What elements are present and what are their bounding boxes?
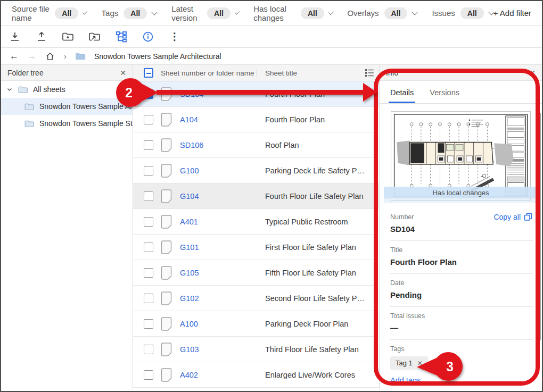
add-filter-button[interactable]: + Add filter xyxy=(493,9,531,18)
sheet-title: Second Floor Life Safety P… xyxy=(265,294,365,303)
sheet-title: Parking Deck Floor Plan xyxy=(265,320,348,328)
sheet-number-link[interactable]: A100 xyxy=(180,320,198,328)
copy-icon xyxy=(524,213,532,221)
filter-value-pill[interactable]: All xyxy=(301,7,324,19)
table-row[interactable]: G103 Third Floor Life Safety Plan xyxy=(133,337,379,362)
caption-shadow xyxy=(384,198,538,203)
tree-item-folder[interactable]: Snowdon Towers Sample Stru xyxy=(1,115,133,132)
column-settings-icon[interactable] xyxy=(364,68,375,80)
folder-tree-panel: Folder tree ✕ All sheets Snowdon Towers … xyxy=(1,65,133,389)
table-row[interactable]: G101 First Floor Life Safety Plan xyxy=(133,235,379,260)
tag-chip[interactable]: Tag 1 ✕ xyxy=(390,356,428,370)
table-row[interactable]: SD104 Fourth Floor Plan xyxy=(133,81,379,107)
sheet-number-link[interactable]: G105 xyxy=(180,269,199,277)
column-header-title[interactable]: Sheet title xyxy=(265,69,297,77)
sheet-number-link[interactable]: A401 xyxy=(180,218,198,226)
filter-control[interactable]: Has local changes All xyxy=(253,4,332,22)
row-checkbox[interactable] xyxy=(144,140,153,150)
row-checkbox[interactable] xyxy=(144,243,153,252)
app-window: Source file name All Tags All Latest ver… xyxy=(0,0,543,392)
new-folder-icon[interactable] xyxy=(61,29,76,44)
table-scrollbar[interactable] xyxy=(374,114,377,348)
filter-control[interactable]: Overlays All xyxy=(347,7,417,19)
home-icon[interactable] xyxy=(45,51,55,62)
filter-control[interactable]: Tags All xyxy=(102,7,157,19)
filter-label: Issues xyxy=(432,9,455,18)
filter-value-pill[interactable]: All xyxy=(384,7,408,19)
tree-item-label: All sheets xyxy=(33,85,65,94)
filter-label: Tags xyxy=(102,9,119,18)
sheet-number-link[interactable]: G104 xyxy=(180,192,199,201)
table-row[interactable]: A401 Typical Public Restroom xyxy=(133,209,379,235)
sheet-number-link[interactable]: G100 xyxy=(180,166,199,175)
sheet-number-link[interactable]: G102 xyxy=(180,294,199,303)
tree-item-all-sheets[interactable]: All sheets xyxy=(1,81,133,98)
table-row[interactable]: A402 Enlarged Live/Work Cores xyxy=(133,362,379,388)
filter-value-pill[interactable]: All xyxy=(207,7,231,19)
filter-value-pill[interactable]: All xyxy=(55,7,78,19)
detail-field: Date Pending xyxy=(380,274,542,306)
detail-field: Total issues — xyxy=(380,307,542,339)
filter-control[interactable]: Source file name All xyxy=(12,4,87,22)
select-all-checkbox[interactable] xyxy=(144,68,153,78)
sheet-number-link[interactable]: SD106 xyxy=(180,141,203,149)
row-checkbox[interactable] xyxy=(144,89,153,99)
table-row[interactable]: G102 Second Floor Life Safety P… xyxy=(133,286,379,311)
add-tags-link[interactable]: Add tags xyxy=(390,376,421,385)
move-to-folder-icon[interactable] xyxy=(87,29,102,44)
field-value: Pending xyxy=(390,290,531,299)
sheet-number-link[interactable]: A402 xyxy=(180,371,198,379)
chevron-down-icon[interactable] xyxy=(6,86,13,93)
table-row[interactable]: A100 Parking Deck Floor Plan xyxy=(133,311,379,337)
info-tab[interactable]: Details xyxy=(390,88,414,103)
table-row[interactable]: A104 Fourth Floor Plan xyxy=(133,107,379,132)
info-tab[interactable]: Versions xyxy=(430,88,459,103)
chevron-down-icon xyxy=(83,10,88,15)
copy-all-button[interactable]: Copy all xyxy=(493,213,532,221)
sheet-thumbnail[interactable]: Has local changes xyxy=(391,111,531,201)
sheet-number-link[interactable]: SD104 xyxy=(180,90,203,98)
sheet-number-link[interactable]: G101 xyxy=(180,243,199,252)
chevron-down-icon xyxy=(328,10,334,15)
tree-item-folder[interactable]: Snowdon Towers Sample Arc xyxy=(1,98,133,115)
sheet-icon xyxy=(161,189,172,203)
table-row[interactable]: SD106 Roof Plan xyxy=(133,132,379,158)
info-panel-title: Info xyxy=(386,69,398,77)
sheet-number-link[interactable]: A104 xyxy=(180,115,198,124)
close-icon[interactable]: ✕ xyxy=(529,69,536,77)
forward-arrow-icon[interactable]: → xyxy=(27,52,36,61)
breadcrumb-folder-name[interactable]: Snowdon Towers Sample Architectural xyxy=(94,52,221,61)
folder-tree-title: Folder tree xyxy=(7,69,44,77)
filter-control[interactable]: Latest version All xyxy=(171,4,238,22)
row-checkbox[interactable] xyxy=(144,345,153,354)
row-checkbox[interactable] xyxy=(144,217,153,227)
info-icon[interactable] xyxy=(141,29,155,44)
table-row[interactable]: G105 Fifth Floor Life Safety Plan xyxy=(133,260,379,286)
back-arrow-icon[interactable]: ← xyxy=(10,52,19,61)
filter-label: Has local changes xyxy=(253,4,295,22)
table-row[interactable]: G100 Parking Deck Life Safety P… xyxy=(133,158,379,184)
download-icon[interactable] xyxy=(7,29,22,44)
row-checkbox[interactable] xyxy=(144,115,153,124)
remove-tag-icon[interactable]: ✕ xyxy=(417,360,423,367)
info-scrollbar[interactable] xyxy=(537,112,541,341)
close-icon[interactable]: ✕ xyxy=(120,69,126,77)
row-checkbox[interactable] xyxy=(144,370,153,380)
row-checkbox[interactable] xyxy=(144,166,153,176)
sheet-hierarchy-icon[interactable] xyxy=(114,29,129,44)
sheet-title: Fourth Floor Plan xyxy=(265,90,325,98)
row-checkbox[interactable] xyxy=(144,268,153,278)
filter-control[interactable]: Issues All xyxy=(432,7,493,19)
sheet-number-link[interactable]: G103 xyxy=(180,345,199,354)
chevron-down-icon xyxy=(235,10,240,14)
filter-value-pill[interactable]: All xyxy=(460,7,484,19)
row-checkbox[interactable] xyxy=(144,294,153,303)
sheet-title: First Floor Life Safety Plan xyxy=(265,243,356,252)
column-header-name[interactable]: Sheet number or folder name xyxy=(161,69,254,77)
row-checkbox[interactable] xyxy=(144,319,153,329)
upload-icon[interactable] xyxy=(34,29,49,44)
table-row[interactable]: G104 Fourth Floor Life Safety Plan xyxy=(133,184,379,209)
row-checkbox[interactable] xyxy=(144,191,153,201)
filter-value-pill[interactable]: All xyxy=(124,7,147,19)
more-options-icon[interactable]: ⋮ xyxy=(167,29,182,44)
